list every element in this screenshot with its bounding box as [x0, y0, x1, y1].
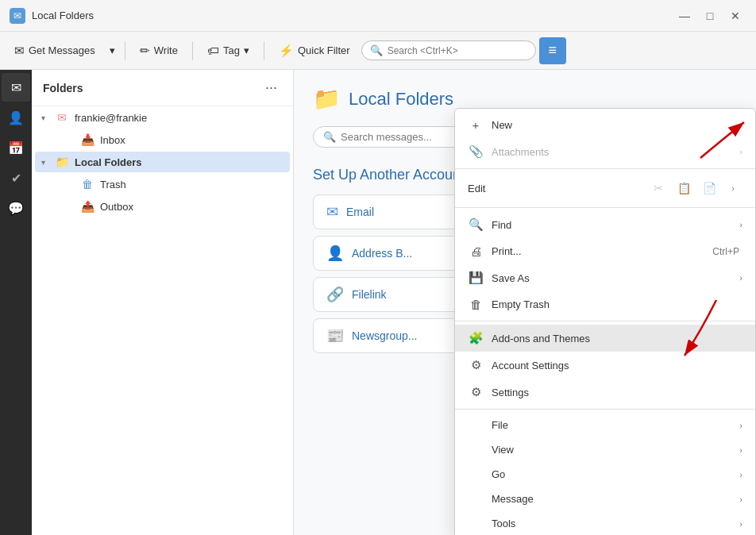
menu-separator-1: [455, 168, 755, 169]
menu-item-save-as[interactable]: 💾 Save As ›: [455, 264, 755, 291]
addressbook-icon: 👤: [326, 244, 344, 262]
empty-trash-icon: 🗑: [468, 298, 484, 311]
menu-item-message[interactable]: Message ›: [455, 487, 755, 511]
sidebar-header: Folders ···: [32, 70, 293, 106]
save-icon: 💾: [468, 271, 484, 285]
inbox-item[interactable]: 📥 Inbox: [35, 129, 290, 150]
pencil-icon: ✏: [140, 44, 150, 58]
write-button[interactable]: ✏ Write: [132, 40, 186, 62]
content-title: Local Folders: [349, 89, 453, 110]
trash-icon: 🗑: [79, 178, 95, 191]
local-folders-item[interactable]: ▾ 📁 Local Folders: [35, 152, 290, 172]
menu-separator-2: [455, 207, 755, 208]
hamburger-icon: ≡: [548, 42, 557, 59]
attachment-icon: 📎: [468, 144, 484, 159]
menu-item-attachments: 📎 Attachments ›: [455, 138, 755, 165]
separator-1: [125, 41, 125, 60]
trash-item[interactable]: 🗑 Trash: [35, 174, 290, 194]
paste-button: 📄: [698, 177, 720, 199]
copy-button: 📋: [673, 177, 695, 199]
sidebar-title: Folders: [43, 82, 83, 94]
icon-rail: ✉ 👤 📅 ✔ 💬: [0, 70, 32, 535]
menu-item-new[interactable]: + New ›: [455, 112, 755, 138]
expand-icon: ▾: [41, 114, 54, 122]
title-bar-left: ✉ Local Folders: [10, 8, 94, 24]
toolbar: ✉ Get Messages ▾ ✏ Write 🏷 Tag ▾ ⚡ Quick…: [0, 32, 756, 70]
separator-2: [192, 41, 193, 60]
newsgroup-icon: 📰: [326, 327, 344, 344]
edit-arrow: ›: [723, 183, 742, 193]
menu-item-view[interactable]: View ›: [455, 437, 755, 462]
menu-item-go[interactable]: Go ›: [455, 462, 755, 487]
menu-item-empty-trash[interactable]: 🗑 Empty Trash: [455, 291, 755, 318]
menu-item-find[interactable]: 🔍 Find ›: [455, 211, 755, 238]
menu-item-settings[interactable]: ⚙ Settings: [455, 379, 755, 406]
sidebar-more-button[interactable]: ···: [260, 78, 282, 98]
account-icon: ✉: [54, 111, 70, 124]
search-input[interactable]: [388, 45, 527, 56]
menu-item-print[interactable]: 🖨 Print... Ctrl+P: [455, 238, 755, 264]
rail-mail-icon[interactable]: ✉: [2, 73, 30, 102]
menu-item-tools[interactable]: Tools ›: [455, 511, 755, 535]
menu-separator-4: [455, 409, 755, 410]
print-icon: 🖨: [468, 244, 484, 258]
rail-tasks-icon[interactable]: ✔: [2, 164, 30, 192]
filter-icon: ⚡: [279, 44, 294, 58]
outbox-item[interactable]: 📤 Outbox: [35, 196, 290, 217]
rail-calendar-icon[interactable]: 📅: [2, 133, 30, 162]
content-area: 📁 Local Folders 🔍 Set Up Another Account…: [294, 70, 756, 535]
plus-icon: +: [468, 118, 484, 132]
addon-icon: 🧩: [468, 331, 484, 345]
get-messages-button[interactable]: ✉ Get Messages: [6, 40, 103, 62]
dropdown-menu: + New › 📎 Attachments › Edit ✂ 📋 📄 ›: [454, 108, 756, 535]
folder-icon: 📁: [54, 156, 70, 168]
search-icon: 🔍: [370, 44, 383, 56]
content-folder-icon: 📁: [313, 86, 341, 112]
menu-item-file[interactable]: File ›: [455, 413, 755, 437]
quick-filter-button[interactable]: ⚡ Quick Filter: [271, 40, 358, 62]
rail-contacts-icon[interactable]: 👤: [2, 103, 30, 132]
title-bar: ✉ Local Folders — □ ✕: [0, 0, 756, 32]
minimize-button[interactable]: —: [673, 5, 696, 27]
account-frankie[interactable]: ▾ ✉ frankie@frankie: [35, 107, 290, 128]
outbox-icon: 📤: [79, 200, 95, 213]
search-msg-icon: 🔍: [323, 131, 336, 143]
find-icon: 🔍: [468, 217, 484, 232]
envelope-icon: ✉: [14, 44, 25, 58]
rail-chat-icon[interactable]: 💬: [2, 194, 30, 222]
window-title: Local Folders: [32, 10, 94, 21]
menu-separator-3: [455, 321, 755, 321]
filelink-icon: 🔗: [326, 286, 344, 303]
menu-item-account-settings[interactable]: ⚙ Account Settings: [455, 352, 755, 379]
inbox-icon: 📥: [79, 133, 95, 146]
separator-3: [264, 41, 264, 60]
expand-icon: ▾: [41, 158, 54, 167]
menu-item-edit: Edit ✂ 📋 📄 ›: [455, 172, 755, 204]
tag-icon: 🏷: [207, 44, 219, 57]
main-layout: ✉ 👤 📅 ✔ 💬 Folders ··· ▾ ✉ frankie@franki…: [0, 70, 756, 535]
maximize-button[interactable]: □: [699, 5, 721, 27]
close-button[interactable]: ✕: [724, 5, 746, 27]
search-box[interactable]: 🔍: [361, 40, 536, 60]
menu-item-addons[interactable]: 🧩 Add-ons and Themes: [455, 325, 755, 352]
get-messages-dropdown[interactable]: ▾: [106, 40, 118, 60]
hamburger-menu-button[interactable]: ≡: [539, 37, 566, 64]
cut-button: ✂: [647, 177, 669, 199]
app-icon: ✉: [10, 8, 25, 24]
account-settings-icon: ⚙: [468, 358, 484, 372]
window-controls: — □ ✕: [673, 5, 746, 27]
email-icon: ✉: [326, 203, 338, 221]
tag-button[interactable]: 🏷 Tag ▾: [199, 40, 257, 61]
sidebar: Folders ··· ▾ ✉ frankie@frankie 📥 Inbox …: [32, 70, 294, 535]
settings-icon: ⚙: [468, 385, 484, 399]
